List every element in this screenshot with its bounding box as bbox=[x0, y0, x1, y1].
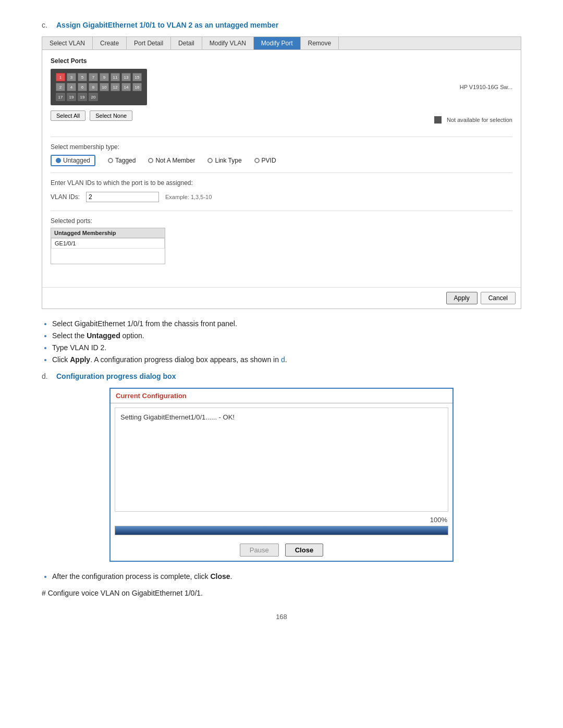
select-ports-label: Select Ports bbox=[51, 57, 512, 65]
port-18[interactable]: 19 bbox=[67, 93, 76, 101]
port-3[interactable]: 3 bbox=[67, 73, 76, 81]
modify-port-panel: Select VLAN Create Port Detail Detail Mo… bbox=[42, 36, 521, 309]
tab-create[interactable]: Create bbox=[93, 37, 127, 50]
config-dialog-actions: Pause Close bbox=[111, 539, 452, 561]
radio-link-type-label: Link Type bbox=[215, 157, 241, 164]
bullet-3: Type VLAN ID 2. bbox=[52, 343, 521, 352]
port-5[interactable]: 5 bbox=[78, 73, 87, 81]
config-dialog-body: Setting GigabitEthernet1/0/1...... - OK! bbox=[115, 408, 448, 512]
radio-tagged-label: Tagged bbox=[115, 157, 136, 164]
ports-table-cell: GE1/0/1 bbox=[51, 238, 165, 249]
port-11[interactable]: 11 bbox=[111, 73, 120, 81]
radio-dot-untagged bbox=[56, 158, 61, 163]
section-d-title: Configuration progress dialog box bbox=[56, 372, 176, 380]
tab-modify-port[interactable]: Modify Port bbox=[254, 37, 301, 50]
radio-link-type[interactable]: Link Type bbox=[207, 157, 241, 164]
tab-port-detail[interactable]: Port Detail bbox=[127, 37, 171, 50]
bullet-2: Select the Untagged option. bbox=[52, 331, 521, 340]
port-1[interactable]: 1 bbox=[56, 73, 65, 81]
membership-radio-group: Untagged Tagged Not A Member Link Type P… bbox=[51, 155, 512, 166]
select-none-button[interactable]: Select None bbox=[90, 110, 132, 121]
config-dialog-title: Current Configuration bbox=[111, 389, 452, 403]
vlan-id-input[interactable] bbox=[86, 192, 159, 202]
port-17[interactable]: 17 bbox=[56, 93, 65, 101]
bullet-4: Click Apply. A configuration progress di… bbox=[52, 355, 521, 364]
progress-bar-container bbox=[115, 526, 448, 535]
radio-dot-pvid bbox=[254, 158, 260, 163]
device-label: HP V1910-16G Sw... bbox=[460, 84, 512, 90]
tab-bar: Select VLAN Create Port Detail Detail Mo… bbox=[42, 37, 521, 50]
port-9[interactable]: 9 bbox=[100, 73, 109, 81]
section-d-label: d. bbox=[42, 372, 52, 380]
port-grid: 1 3 5 7 9 11 13 15 2 4 6 8 10 bbox=[51, 69, 147, 105]
port-20[interactable]: 20 bbox=[89, 93, 98, 101]
legend-box bbox=[434, 116, 442, 124]
code-note: # Configure voice VLAN on GigabitEtherne… bbox=[42, 589, 521, 597]
config-dialog: Current Configuration Setting GigabitEth… bbox=[109, 388, 454, 562]
config-percent: 100% bbox=[111, 516, 452, 526]
close-button[interactable]: Close bbox=[285, 544, 323, 557]
radio-untagged[interactable]: Untagged bbox=[51, 155, 95, 166]
port-6[interactable]: 6 bbox=[78, 83, 87, 91]
vlan-example: Example: 1,3,5-10 bbox=[165, 194, 212, 200]
radio-not-member-label: Not A Member bbox=[155, 157, 195, 164]
port-12[interactable]: 12 bbox=[111, 83, 120, 91]
port-10[interactable]: 10 bbox=[100, 83, 109, 91]
apply-button[interactable]: Apply bbox=[446, 292, 478, 304]
port-13[interactable]: 13 bbox=[121, 73, 131, 81]
cancel-button[interactable]: Cancel bbox=[481, 292, 516, 304]
port-4[interactable]: 4 bbox=[67, 83, 76, 91]
ports-table: Untagged Membership GE1/0/1 bbox=[51, 228, 165, 264]
action-bar: Apply Cancel bbox=[42, 287, 521, 309]
tab-remove[interactable]: Remove bbox=[301, 37, 339, 50]
radio-pvid[interactable]: PVID bbox=[254, 157, 276, 164]
footer-bullets: After the configuration process is compl… bbox=[52, 572, 521, 581]
port-8[interactable]: 8 bbox=[89, 83, 98, 91]
port-2[interactable]: 2 bbox=[56, 83, 65, 91]
radio-untagged-label: Untagged bbox=[63, 157, 90, 164]
footer-bullet-1: After the configuration process is compl… bbox=[52, 572, 521, 581]
port-16[interactable]: 16 bbox=[132, 83, 142, 91]
progress-bar-fill bbox=[115, 526, 448, 535]
radio-dot-tagged bbox=[108, 158, 113, 163]
section-c-title: Assign GigabitEthernet 1/0/1 to VLAN 2 a… bbox=[56, 21, 278, 29]
radio-tagged[interactable]: Tagged bbox=[108, 157, 136, 164]
radio-dot-link-type bbox=[207, 158, 213, 163]
vlan-field-label: VLAN IDs: bbox=[51, 193, 80, 201]
port-15[interactable]: 15 bbox=[132, 73, 142, 81]
radio-not-member[interactable]: Not A Member bbox=[148, 157, 195, 164]
page-number: 168 bbox=[42, 613, 521, 621]
membership-section-label: Select membership type: bbox=[51, 143, 512, 151]
tab-modify-vlan[interactable]: Modify VLAN bbox=[202, 37, 254, 50]
radio-dot-not-member bbox=[148, 158, 153, 163]
selected-ports-section-label: Selected ports: bbox=[51, 217, 512, 225]
port-7[interactable]: 7 bbox=[89, 73, 98, 81]
select-all-button[interactable]: Select All bbox=[51, 110, 85, 121]
bullet-1: Select GigabitEthernet 1/0/1 from the ch… bbox=[52, 319, 521, 328]
section-c-label: c. bbox=[42, 21, 52, 29]
tab-detail[interactable]: Detail bbox=[171, 37, 202, 50]
tab-select-vlan[interactable]: Select VLAN bbox=[42, 37, 93, 50]
pause-button[interactable]: Pause bbox=[240, 544, 279, 557]
vlan-section-label: Enter VLAN IDs to which the port is to b… bbox=[51, 179, 512, 187]
ports-table-header: Untagged Membership bbox=[51, 228, 165, 238]
legend-label: Not available for selection bbox=[447, 117, 512, 123]
port-19[interactable]: 19 bbox=[78, 93, 87, 101]
port-14[interactable]: 14 bbox=[121, 83, 131, 91]
radio-pvid-label: PVID bbox=[262, 157, 276, 164]
section-c-bullets: Select GigabitEthernet 1/0/1 from the ch… bbox=[52, 319, 521, 364]
